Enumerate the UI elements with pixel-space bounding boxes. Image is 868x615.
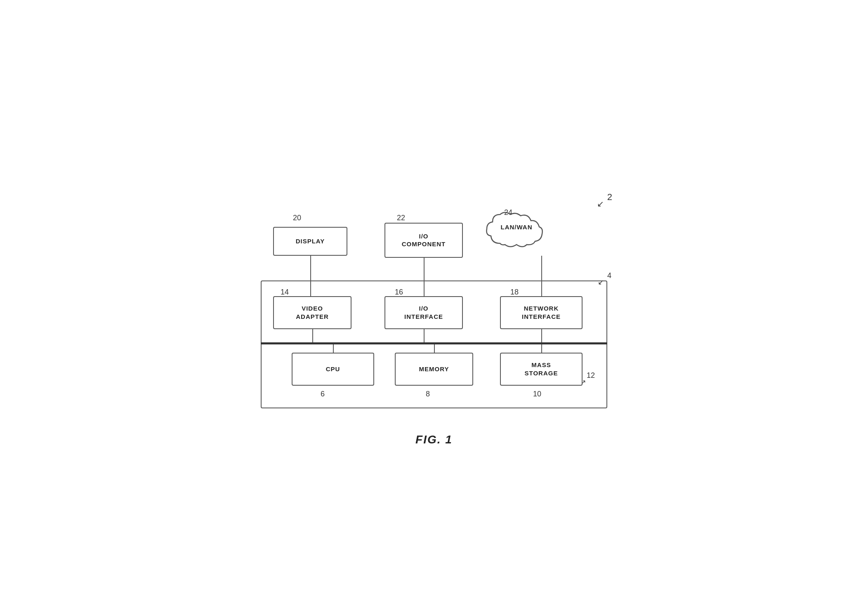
label-18: 18 [510,288,519,297]
line-network-bus [541,329,542,342]
label-6: 6 [321,390,325,398]
memory-box: MEMORY [395,353,473,386]
line-lan-network [541,256,542,296]
cloud-svg [484,208,550,254]
line-display-video [310,256,311,296]
label-2: 2 [607,192,612,203]
line-bus-storage [541,344,542,353]
display-box: DISPLAY [273,227,347,256]
label-20: 20 [293,214,301,222]
video-adapter-box: VIDEO ADAPTER [273,296,351,329]
label-12: 12 [587,371,595,380]
label-14: 14 [281,288,289,297]
arrow-2: ↙ [597,199,604,209]
cpu-box: CPU [292,353,374,386]
label-4: 4 [607,271,611,280]
diagram: 20 22 24 2 ↙ 4 ↙ DISPLAY I/O COMPONENT L… [248,169,620,425]
lan-wan-cloud: LAN/WAN [479,206,554,256]
line-bus-memory [434,344,435,353]
line-io-bus [424,329,425,342]
network-interface-box: NETWORK INTERFACE [500,296,583,329]
line-io-comp-io-iface [424,258,425,296]
label-8: 8 [426,390,430,398]
line-bus-cpu [333,344,334,353]
io-component-box: I/O COMPONENT [384,223,463,258]
io-interface-box: I/O INTERFACE [384,296,463,329]
label-10: 10 [533,390,541,398]
lan-wan-label: LAN/WAN [501,224,533,231]
label-22: 22 [397,214,405,222]
label-16: 16 [395,288,403,297]
figure-caption: FIG. 1 [415,433,453,446]
line-video-bus [312,329,313,342]
mass-storage-box: MASS STORAGE [500,353,583,386]
